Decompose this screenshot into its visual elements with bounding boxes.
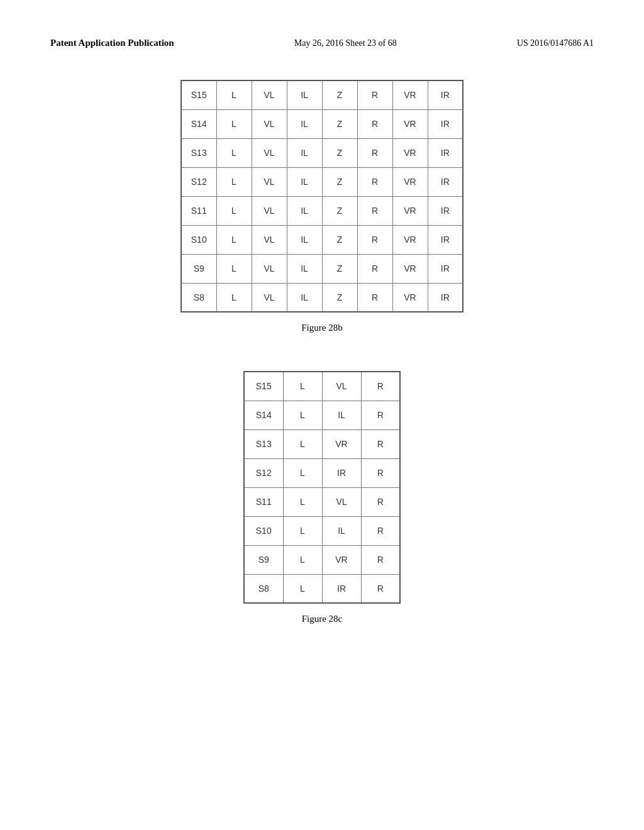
table-cell: R [357,80,392,109]
table-cell: L [216,225,252,254]
table-cell: IR [428,196,463,225]
table-cell: IL [287,225,322,254]
table-cell: IR [428,167,463,196]
table-cell: VR [392,283,428,312]
table-cell: VL [252,80,287,109]
figure-28c-container: S15LVLRS14LILRS13LVRRS12LIRRS11LVLRS10LI… [50,371,594,624]
table-cell: IL [287,254,322,283]
table-cell: L [216,254,252,283]
table-cell: VL [252,167,287,196]
table-cell: L [216,138,252,167]
table-cell: S13 [244,429,283,458]
table-cell: S14 [181,109,216,138]
table-cell: Z [322,254,357,283]
table-cell: VR [392,225,428,254]
table-cell: Z [322,138,357,167]
table-cell: IL [287,167,322,196]
table-cell: R [361,574,400,603]
table-cell: VR [392,138,428,167]
table-cell: S15 [244,372,283,401]
table-cell: Z [322,196,357,225]
header-patent-number: US 2016/0147686 A1 [517,38,594,48]
table-cell: L [216,109,252,138]
table-cell: VR [322,545,361,574]
table-cell: Z [322,109,357,138]
table-cell: L [283,429,322,458]
table-cell: R [357,254,392,283]
table-cell: S15 [181,80,216,109]
table-cell: Z [322,80,357,109]
table-cell: R [361,516,400,545]
table-cell: IR [428,254,463,283]
table-cell: IR [428,80,463,109]
figure-28b-caption: Figure 28b [301,323,342,333]
table-cell: L [216,80,252,109]
table-cell: VL [252,138,287,167]
table-cell: IL [287,109,322,138]
table-cell: R [361,545,400,574]
table-cell: VL [252,196,287,225]
table-cell: IL [322,401,361,429]
table-cell: S9 [244,545,283,574]
table-cell: L [283,574,322,603]
table-cell: R [361,429,400,458]
table-cell: R [361,487,400,516]
page-header: Patent Application Publication May 26, 2… [50,38,594,48]
table-cell: R [357,196,392,225]
figure-28b-table: S15LVLILZRVRIRS14LVLILZRVRIRS13LVLILZRVR… [180,80,464,313]
table-cell: VR [392,196,428,225]
table-cell: S14 [244,401,283,429]
table-cell: R [357,167,392,196]
table-cell: L [283,372,322,401]
table-cell: VL [252,109,287,138]
table-cell: R [357,283,392,312]
table-cell: R [361,372,400,401]
table-cell: S11 [244,487,283,516]
table-cell: VL [322,487,361,516]
table-cell: VL [252,225,287,254]
table-cell: VL [322,372,361,401]
table-cell: R [357,225,392,254]
table-cell: R [361,458,400,487]
table-cell: S13 [181,138,216,167]
table-cell: L [216,167,252,196]
table-cell: Z [322,283,357,312]
table-cell: IL [287,196,322,225]
table-cell: VR [392,254,428,283]
table-cell: VL [252,254,287,283]
table-cell: L [283,401,322,429]
table-cell: L [283,458,322,487]
table-cell: L [216,196,252,225]
page: Patent Application Publication May 26, 2… [0,0,644,830]
table-cell: IL [322,516,361,545]
table-cell: L [283,545,322,574]
table-cell: Z [322,167,357,196]
table-cell: IL [287,80,322,109]
table-cell: VR [392,109,428,138]
table-cell: S12 [181,167,216,196]
table-cell: IL [287,138,322,167]
table-cell: IR [322,574,361,603]
table-cell: VL [252,283,287,312]
table-cell: S10 [244,516,283,545]
table-cell: S11 [181,196,216,225]
table-cell: IR [428,225,463,254]
figure-28c-caption: Figure 28c [302,614,343,624]
table-cell: S10 [181,225,216,254]
table-cell: S8 [181,283,216,312]
table-cell: VR [392,80,428,109]
table-cell: IR [322,458,361,487]
table-cell: R [357,109,392,138]
header-date-sheet: May 26, 2016 Sheet 23 of 68 [294,38,397,48]
table-cell: Z [322,225,357,254]
table-cell: R [357,138,392,167]
table-cell: S12 [244,458,283,487]
table-cell: IR [428,138,463,167]
table-cell: R [361,401,400,429]
table-cell: L [283,487,322,516]
header-title: Patent Application Publication [50,38,174,48]
table-cell: IR [428,283,463,312]
figure-28b-container: S15LVLILZRVRIRS14LVLILZRVRIRS13LVLILZRVR… [50,80,594,333]
table-cell: VR [322,429,361,458]
table-cell: VR [392,167,428,196]
